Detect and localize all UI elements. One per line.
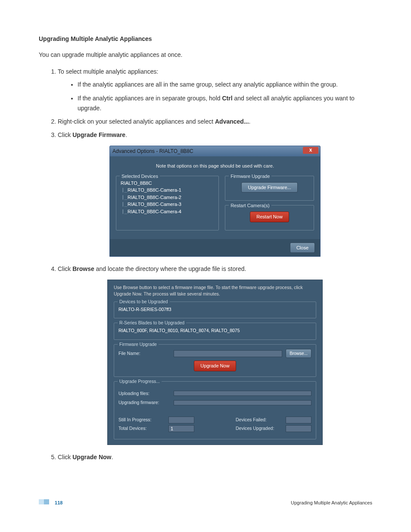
dialog-titlebar: Advanced Options - RIALTO_8B8C x (110, 146, 320, 156)
step-2: Right-click on your selected analytic ap… (58, 117, 372, 126)
step-1: To select multiple analytic appliances: … (58, 67, 372, 113)
devices-to-upgrade-legend: Devices to be Upgraded (118, 299, 170, 305)
step-1a: If the analytic appliances are all in th… (78, 80, 372, 89)
instruction-list: To select multiple analytic appliances: … (58, 67, 372, 462)
device-tree: RIALTO_8B8C RIALTO_8B8C-Camera-1 RIALTO_… (121, 180, 214, 215)
intro-text: You can upgrade multiple analytic applia… (39, 50, 372, 59)
selected-devices-legend: Selected Devices (120, 173, 160, 180)
device-child-4[interactable]: RIALTO_8B8C-Camera-4 (128, 208, 214, 215)
file-name-label: File Name: (118, 350, 170, 357)
upgrading-firmware-label: Upgrading firmware: (118, 399, 170, 406)
device-child-2[interactable]: RIALTO_8B8C-Camera-2 (128, 194, 214, 201)
device-child-3[interactable]: RIALTO_8B8C-Camera-3 (128, 201, 214, 208)
step-5: Click Upgrade Now. (58, 453, 372, 462)
dialog-footer: Close (110, 239, 320, 257)
browse-button[interactable]: Browse... (286, 349, 311, 358)
step-4: Click Browse and locate the directory wh… (58, 264, 372, 445)
blades-to-upgrade-legend: R-Series Blades to be Upgraded (118, 320, 186, 327)
step-1-text: To select multiple analytic appliances: (58, 68, 158, 75)
devices-upgraded-value (286, 425, 311, 432)
upgrade-firmware-bold: Upgrade Firmware (72, 131, 125, 138)
upgrade-now-bold: Upgrade Now (72, 454, 111, 460)
firmware-upgrade-legend-2: Firmware Upgrade (118, 341, 159, 348)
step-3-pre: Click (58, 131, 72, 138)
step-1-sublist: If the analytic appliances are all in th… (78, 80, 372, 113)
step-5-pre: Click (58, 454, 72, 460)
close-icon[interactable]: x (303, 147, 318, 154)
step-2-post: . (249, 118, 251, 125)
dialog-body: Note that options on this page should be… (110, 156, 320, 239)
devices-failed-value (286, 417, 311, 423)
step-1b: If the analytic appliances are in separa… (78, 93, 372, 113)
section-heading: Upgrading Multiple Analytic Appliances (39, 34, 372, 44)
device-child-1[interactable]: RIALTO_8B8C-Camera-1 (128, 187, 214, 194)
firmware-upgrade-legend: Firmware Upgrade (229, 173, 271, 180)
blades-to-upgrade-value: RIALTO_800F, RIALTO_8010, RIALTO_8074, R… (118, 327, 311, 334)
step-1b-pre: If the analytic appliances are in separa… (78, 95, 222, 102)
step-4-pre: Click (58, 265, 72, 272)
firmware-upgrade-section: Firmware Upgrade File Name: Browse... Up… (114, 344, 316, 377)
uploading-files-label: Uploading files: (118, 390, 170, 397)
advanced-options-dialog: Advanced Options - RIALTO_8B8C x Note th… (109, 146, 321, 257)
step-3-post: . (125, 131, 127, 138)
restart-now-button[interactable]: Restart Now (250, 212, 289, 222)
upgrade-firmware-button[interactable]: Upgrade Firmware... (241, 182, 297, 193)
still-in-progress-value (168, 417, 194, 423)
device-root[interactable]: RIALTO_8B8C (121, 180, 214, 187)
upgrading-firmware-progressbar (174, 400, 311, 405)
instruction-text: Use Browse button to select a firmware i… (114, 284, 316, 297)
upgrade-now-button[interactable]: Upgrade Now (194, 361, 236, 371)
firmware-upgrade-dialog: Use Browse button to select a firmware i… (107, 280, 323, 445)
caution-note: Note that options on this page should be… (116, 162, 314, 170)
upgrade-progress-fieldset: Upgrade Progress... Uploading files: Upg… (114, 381, 316, 440)
total-devices-label: Total Devices: (118, 425, 166, 432)
page-number: 118 (55, 500, 62, 505)
uploading-files-progressbar (174, 391, 311, 396)
page-footer: 118 Upgrading Multiple Analytic Applianc… (39, 499, 372, 507)
advanced-bold: Advanced... (215, 118, 249, 125)
total-devices-value: 1 (168, 425, 194, 432)
upgrade-progress-legend: Upgrade Progress... (118, 378, 162, 385)
firmware-upgrade-fieldset: Firmware Upgrade Upgrade Firmware... (225, 176, 314, 201)
dialog-title: Advanced Options - RIALTO_8B8C (112, 147, 193, 155)
devices-failed-label: Devices Failed: (236, 417, 283, 423)
step-5-post: . (111, 454, 113, 460)
step-2-pre: Right-click on your selected analytic ap… (58, 118, 215, 125)
browse-bold: Browse (72, 265, 94, 272)
restart-cameras-legend: Restart Camera(s) (229, 202, 271, 209)
devices-to-upgrade-fieldset: Devices to be Upgraded RIALTO-R-SERIES-0… (114, 302, 316, 319)
still-in-progress-label: Still In Progress: (118, 417, 166, 423)
footer-logo-icon (39, 499, 49, 504)
file-name-input[interactable] (174, 350, 282, 357)
step-4-post: and locate the directory where the upgra… (94, 265, 246, 272)
close-button[interactable]: Close (290, 243, 315, 253)
footer-section-title: Upgrading Multiple Analytic Appliances (291, 499, 372, 507)
step-3: Click Upgrade Firmware. Advanced Options… (58, 131, 372, 257)
ctrl-bold: Ctrl (222, 95, 232, 102)
devices-upgraded-label: Devices Upgraded: (236, 425, 283, 432)
restart-cameras-fieldset: Restart Camera(s) Restart Now (225, 205, 314, 230)
selected-devices-fieldset: Selected Devices RIALTO_8B8C RIALTO_8B8C… (116, 176, 219, 230)
blades-to-upgrade-fieldset: R-Series Blades to be Upgraded RIALTO_80… (114, 323, 316, 340)
devices-to-upgrade-value: RIALTO-R-SERIES-007ff3 (118, 306, 311, 313)
footer-left: 118 (39, 499, 62, 507)
